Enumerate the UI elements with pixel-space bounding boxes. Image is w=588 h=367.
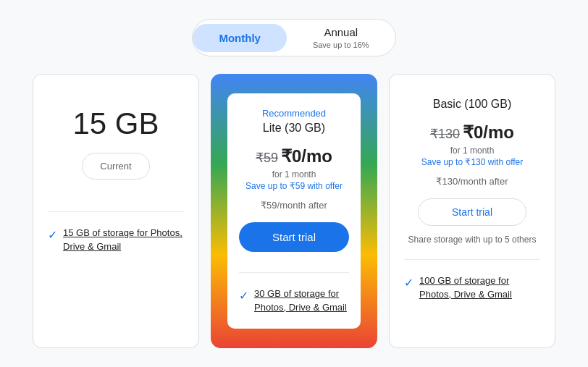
annual-sub: Save up to 16%: [313, 40, 369, 50]
basic-divider: [404, 259, 540, 260]
basic-share-note: Share storage with up to 5 others: [408, 235, 537, 245]
lite-check-icon: ✓: [239, 289, 248, 303]
free-feature-text: 15 GB of storage for Photos, Drive & Gma…: [63, 227, 184, 253]
lite-plan-name: Lite (30 GB): [263, 122, 325, 135]
billing-toggle-wrapper: Monthly Annual Save up to 16%: [15, 19, 573, 56]
basic-price-after: ₹130/month after: [436, 176, 508, 187]
lite-price-row: ₹59 ₹0/mo: [256, 146, 332, 166]
basic-plan-card: Basic (100 GB) ₹130 ₹0/mo for 1 month Sa…: [389, 74, 555, 347]
basic-start-trial-button[interactable]: Start trial: [418, 198, 526, 226]
lite-original-price: ₹59: [256, 150, 278, 166]
lite-plan-inner: Recommended Lite (30 GB) ₹59 ₹0/mo for 1…: [227, 93, 361, 328]
lite-plan-card: Recommended Lite (30 GB) ₹59 ₹0/mo for 1…: [211, 74, 377, 347]
annual-tab[interactable]: Annual Save up to 16%: [287, 19, 395, 56]
free-divider: [48, 211, 184, 212]
basic-check-icon: ✓: [404, 276, 413, 290]
lite-price-save: Save up to ₹59 with offer: [245, 181, 343, 191]
free-feature-row: ✓ 15 GB of storage for Photos, Drive & G…: [48, 221, 184, 253]
lite-start-trial-button[interactable]: Start trial: [239, 222, 349, 252]
basic-plan-name: Basic (100 GB): [433, 98, 511, 111]
basic-original-price: ₹130: [430, 126, 460, 142]
free-check-icon: ✓: [48, 228, 57, 242]
basic-feature-row: ✓ 100 GB of storage for Photos, Drive & …: [404, 269, 540, 300]
current-button[interactable]: Current: [82, 153, 149, 180]
free-plan-card: 15 GB Current ✓ 15 GB of storage for Pho…: [33, 74, 199, 347]
lite-price-after: ₹59/month after: [261, 200, 327, 211]
plans-row: 15 GB Current ✓ 15 GB of storage for Pho…: [15, 74, 573, 347]
lite-current-price: ₹0/mo: [281, 146, 332, 166]
basic-plan-inner: Basic (100 GB) ₹130 ₹0/mo for 1 month Sa…: [404, 92, 540, 300]
pricing-container: Monthly Annual Save up to 16% 15 GB Curr…: [8, 4, 580, 362]
recommended-label: Recommended: [262, 108, 326, 119]
free-plan-inner: 15 GB Current ✓ 15 GB of storage for Pho…: [48, 92, 184, 253]
free-storage: 15 GB: [72, 106, 159, 141]
basic-current-price: ₹0/mo: [463, 122, 514, 143]
basic-feature-text: 100 GB of storage for Photos, Drive & Gm…: [419, 274, 540, 300]
lite-divider: [239, 272, 349, 273]
basic-price-note: for 1 month: [450, 145, 495, 156]
annual-label: Annual: [324, 25, 358, 40]
lite-feature-row: ✓ 30 GB of storage for Photos, Drive & G…: [239, 282, 349, 313]
lite-feature-text: 30 GB of storage for Photos, Drive & Gma…: [254, 287, 349, 313]
monthly-label: Monthly: [219, 31, 261, 46]
lite-price-note: for 1 month: [272, 169, 316, 180]
monthly-tab[interactable]: Monthly: [193, 24, 287, 53]
basic-price-save: Save up to ₹130 with offer: [421, 157, 524, 167]
billing-toggle[interactable]: Monthly Annual Save up to 16%: [192, 19, 395, 56]
basic-price-row: ₹130 ₹0/mo: [430, 122, 514, 143]
